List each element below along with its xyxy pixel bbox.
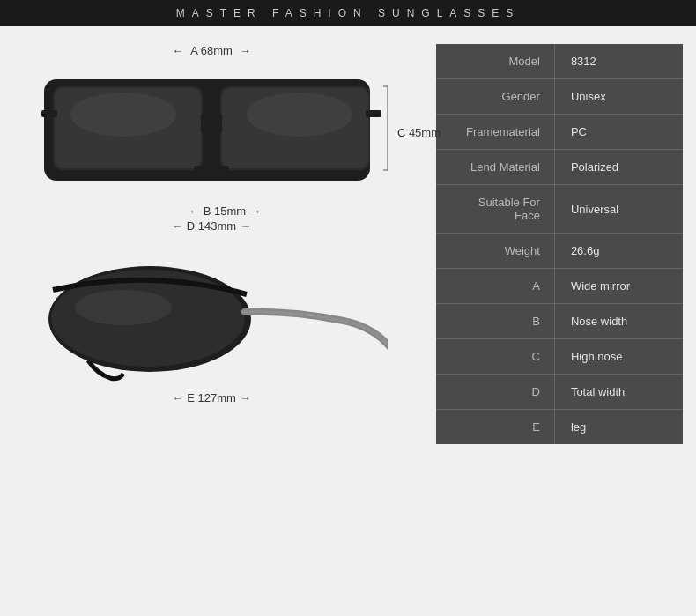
arrow-a-right: → (240, 44, 251, 57)
spec-row: FramematerialPC (436, 115, 683, 150)
brand-title: MASTER FASHION SUNGLASSES (176, 7, 521, 19)
spec-value: Polarized (554, 150, 683, 185)
spec-row: CHigh nose (436, 339, 683, 375)
spec-key: Lend Material (436, 150, 554, 185)
main-content: ← A 68mm → (0, 26, 696, 616)
dimension-d-row: ← D 143mm → (26, 219, 396, 233)
svg-point-7 (247, 93, 352, 137)
spec-key: C (436, 339, 554, 375)
spec-value: 8312 (554, 44, 683, 79)
dimension-b-row: ← B 15mm → (53, 204, 396, 218)
spec-row: Weight26.6g (436, 234, 683, 269)
svg-rect-3 (198, 115, 225, 132)
spec-key: Suitable For Face (436, 185, 554, 234)
dimension-a-row: ← A 68mm → (26, 44, 396, 57)
spec-row: GenderUnisex (436, 79, 683, 115)
spec-value: 26.6g (554, 234, 683, 269)
spec-value: High nose (554, 339, 683, 375)
left-panel: ← A 68mm → (0, 26, 423, 616)
page-header: MASTER FASHION SUNGLASSES (0, 0, 696, 26)
svg-rect-8 (194, 166, 229, 176)
spec-key: Weight (436, 234, 554, 269)
dimension-b-label: B 15mm (204, 204, 246, 218)
glasses-side-svg (35, 250, 388, 387)
svg-point-16 (75, 290, 172, 325)
spec-key: Gender (436, 79, 554, 115)
spec-value: leg (554, 410, 683, 445)
dimension-c-label: C 45mm (397, 126, 441, 139)
svg-rect-10 (41, 110, 57, 117)
spec-value: Total width (554, 375, 683, 410)
spec-row: Model8312 (436, 44, 683, 79)
spec-key: Framematerial (436, 115, 554, 150)
spec-key: B (436, 304, 554, 339)
spec-value: Nose width (554, 304, 683, 339)
right-panel: Model8312GenderUnisexFramematerialPCLend… (423, 26, 696, 616)
side-glasses-section: ← E 127mm → (26, 250, 396, 404)
svg-rect-9 (366, 110, 381, 117)
svg-point-6 (70, 93, 176, 137)
spec-row: BNose width (436, 304, 683, 339)
spec-row: Lend MaterialPolarized (436, 150, 683, 185)
spec-row: AWide mirror (436, 269, 683, 304)
dimension-e-label: E 127mm (187, 391, 236, 404)
dimension-a-label: A 68mm (190, 44, 233, 57)
spec-key: Model (436, 44, 554, 79)
spec-key: A (436, 269, 554, 304)
spec-row: Suitable For FaceUniversal (436, 185, 683, 234)
spec-value: Unisex (554, 79, 683, 115)
spec-value: Wide mirror (554, 269, 683, 304)
glasses-top-svg (35, 62, 388, 203)
arrow-a-left: ← (172, 44, 183, 57)
top-glasses-section: ← A 68mm → (26, 44, 396, 233)
spec-value: Universal (554, 185, 683, 234)
spec-value: PC (554, 115, 683, 150)
spec-key: E (436, 410, 554, 445)
spec-table: Model8312GenderUnisexFramematerialPCLend… (436, 44, 683, 444)
spec-row: DTotal width (436, 375, 683, 410)
spec-key: D (436, 375, 554, 410)
dimension-e-row: ← E 127mm → (26, 391, 396, 404)
dimension-d-label: D 143mm (187, 219, 236, 233)
spec-row: Eleg (436, 410, 683, 445)
